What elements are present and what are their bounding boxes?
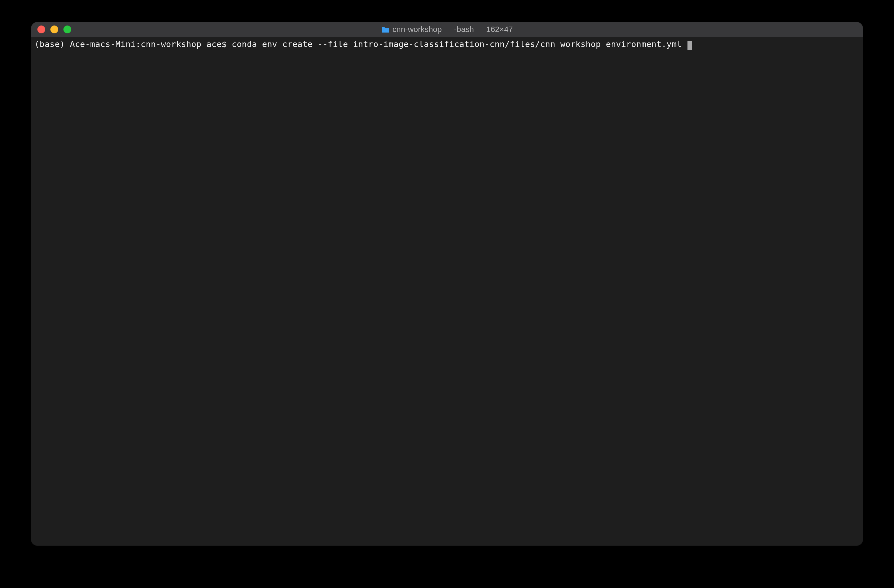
terminal-command-input[interactable]: conda env create --file intro-image-clas…	[232, 39, 687, 49]
close-button[interactable]	[37, 26, 45, 33]
window-title-text: cnn-workshop — -bash — 162×47	[393, 25, 513, 34]
terminal-prompt: (base) Ace-macs-Mini:cnn-workshop ace$	[35, 39, 232, 49]
traffic-lights-group	[31, 26, 71, 33]
window-title: cnn-workshop — -bash — 162×47	[381, 25, 513, 34]
terminal-window: cnn-workshop — -bash — 162×47 (base) Ace…	[31, 22, 863, 546]
cursor-icon	[687, 41, 692, 50]
minimize-button[interactable]	[50, 26, 58, 33]
folder-icon	[381, 26, 390, 33]
terminal-content-area[interactable]: (base) Ace-macs-Mini:cnn-workshop ace$ c…	[31, 37, 863, 546]
maximize-button[interactable]	[63, 26, 71, 33]
window-titlebar[interactable]: cnn-workshop — -bash — 162×47	[31, 22, 863, 37]
